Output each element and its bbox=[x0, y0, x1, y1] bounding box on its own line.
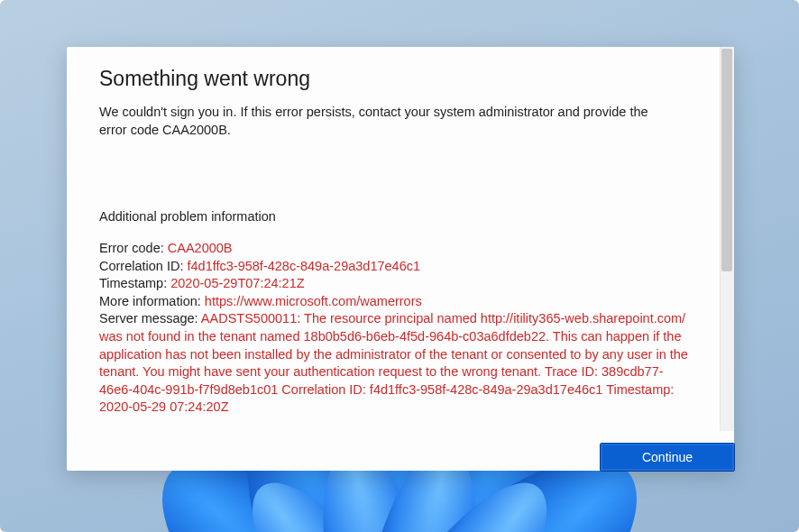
dialog-title: Something went wrong bbox=[99, 67, 702, 91]
correlation-id-label: Correlation ID: bbox=[99, 259, 188, 273]
server-message-line: Server message: AADSTS500011: The resour… bbox=[99, 310, 694, 416]
additional-info-heading: Additional problem information bbox=[99, 209, 702, 224]
problem-detail-list: Error code: CAA2000B Correlation ID: f4d… bbox=[99, 240, 694, 417]
error-dialog: Something went wrong We couldn't sign yo… bbox=[67, 47, 734, 471]
error-code-value: CAA2000B bbox=[168, 241, 233, 255]
timestamp-value: 2020-05-29T07:24:21Z bbox=[170, 276, 304, 290]
desktop-background: Something went wrong We couldn't sign yo… bbox=[0, 0, 799, 532]
correlation-id-value: f4d1ffc3-958f-428c-849a-29a3d17e46c1 bbox=[188, 259, 421, 273]
dialog-content-area: Something went wrong We couldn't sign yo… bbox=[67, 47, 734, 431]
dialog-summary: We couldn't sign you in. If this error p… bbox=[99, 104, 676, 139]
scrollbar-thumb[interactable] bbox=[721, 49, 732, 271]
correlation-id-line: Correlation ID: f4d1ffc3-958f-428c-849a-… bbox=[99, 258, 694, 276]
timestamp-label: Timestamp: bbox=[99, 276, 170, 290]
more-info-line: More information: https://www.microsoft.… bbox=[99, 293, 694, 311]
scrollbar-track[interactable] bbox=[720, 47, 734, 431]
spacer bbox=[99, 139, 702, 209]
error-code-line: Error code: CAA2000B bbox=[99, 240, 694, 258]
dialog-footer: Continue bbox=[67, 431, 734, 471]
more-info-value: https://www.microsoft.com/wamerrors bbox=[205, 294, 422, 308]
server-message-label: Server message: bbox=[99, 311, 201, 326]
continue-button[interactable]: Continue bbox=[601, 444, 734, 471]
timestamp-line: Timestamp: 2020-05-29T07:24:21Z bbox=[99, 275, 694, 293]
error-code-label: Error code: bbox=[99, 241, 168, 255]
more-info-label: More information: bbox=[99, 294, 205, 308]
server-message-value: AADSTS500011: The resource principal nam… bbox=[99, 311, 688, 414]
